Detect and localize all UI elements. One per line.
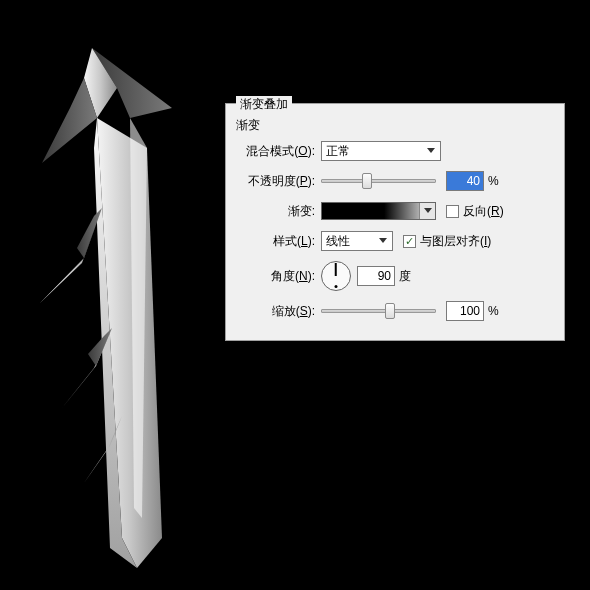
angle-dial[interactable] <box>321 261 351 291</box>
fieldset-subtitle: 渐变 <box>236 117 554 140</box>
svg-marker-11 <box>427 148 435 153</box>
metallic-spike-artwork <box>22 48 207 578</box>
scale-slider-thumb[interactable] <box>385 303 395 319</box>
opacity-slider[interactable] <box>321 179 436 183</box>
scale-unit: % <box>488 304 499 318</box>
align-layer-checkbox[interactable] <box>403 235 416 248</box>
gradient-label: 渐变: <box>236 203 321 220</box>
style-select[interactable]: 线性 <box>321 231 393 251</box>
blend-mode-select[interactable]: 正常 <box>321 141 441 161</box>
chevron-down-icon <box>424 143 438 159</box>
scale-label: 缩放(S): <box>236 303 321 320</box>
reverse-checkbox[interactable] <box>446 205 459 218</box>
gradient-dropdown-button[interactable] <box>419 203 435 219</box>
angle-needle <box>335 263 337 276</box>
chevron-down-icon <box>376 233 390 249</box>
angle-indicator-dot <box>335 285 338 288</box>
blend-mode-label: 混合模式(O): <box>236 143 321 160</box>
scale-slider[interactable] <box>321 309 436 313</box>
opacity-unit: % <box>488 174 499 188</box>
style-label: 样式(L): <box>236 233 321 250</box>
svg-marker-13 <box>379 238 387 243</box>
svg-marker-12 <box>424 208 432 213</box>
angle-input[interactable] <box>357 266 395 286</box>
fieldset-title: 渐变叠加 <box>236 96 292 113</box>
scale-input[interactable] <box>446 301 484 321</box>
opacity-label: 不透明度(P): <box>236 173 321 190</box>
gradient-swatch[interactable] <box>321 202 436 220</box>
angle-label: 角度(N): <box>236 268 321 285</box>
reverse-label: 反向(R) <box>463 203 504 220</box>
gradient-overlay-panel: 渐变叠加 渐变 混合模式(O): 正常 不透明度(P): % 渐变: <box>225 103 565 341</box>
opacity-slider-thumb[interactable] <box>362 173 372 189</box>
opacity-input[interactable] <box>446 171 484 191</box>
angle-unit: 度 <box>399 268 411 285</box>
align-layer-label: 与图层对齐(I) <box>420 233 491 250</box>
